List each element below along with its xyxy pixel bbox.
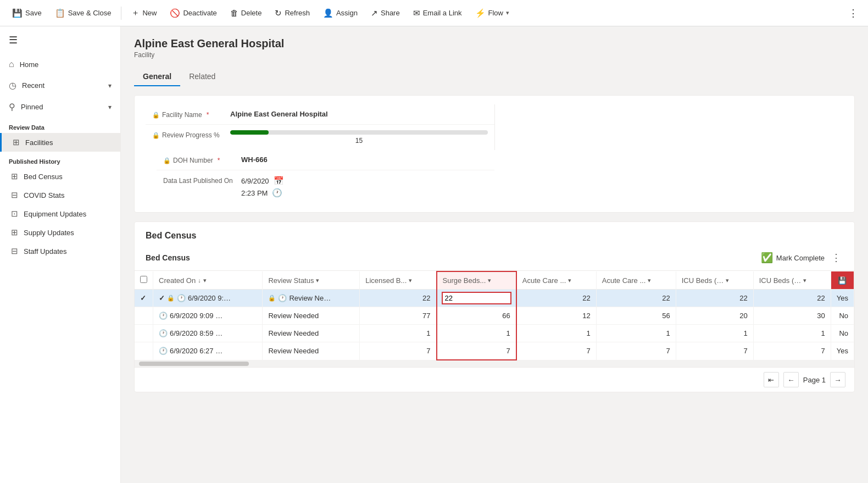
section-more-button[interactable]: ⋮ [829,249,843,266]
sidebar-item-supply-updates[interactable]: ⊞ Supply Updates [0,223,120,242]
row4-check[interactable] [135,342,153,360]
row3-check[interactable] [135,325,153,342]
chevron-icu-beds1: ▾ [726,277,729,284]
email-link-button[interactable]: ✉ Email a Link [408,5,468,21]
row1-check[interactable]: ✓ [135,290,153,307]
page-label: Page 1 [803,376,826,384]
assign-button[interactable]: 👤 Assign [318,5,363,21]
pagination-next-button[interactable]: → [830,372,845,387]
pagination-prev-button[interactable]: ← [783,372,799,387]
deactivate-icon: 🚫 [170,8,180,18]
row4-acute-care2: 7 [596,342,676,360]
col-save-header[interactable]: 💾 [831,271,854,290]
row1-acute-care1: 22 [516,290,597,307]
check-circle-icon: ✅ [761,252,773,264]
col-acute-care2-header[interactable]: Acute Care ... ▾ [596,271,676,290]
table-row[interactable]: ✓ ✓ 🔒 🕐 6/9/2020 9:… [135,290,854,307]
chevron-created-on: ▾ [203,277,207,284]
doh-number-row: 🔒 DOH Number * WH-666 [157,150,494,170]
published-history-section-title: Published History [0,152,120,167]
clock-icon-row4: 🕐 [159,347,168,355]
chevron-acute-care2: ▾ [648,277,651,284]
table-row[interactable]: 🕐 6/9/2020 9:09 … Review Needed 77 66 12… [135,307,854,325]
row1-last-col: Yes [831,290,854,307]
row2-licensed-beds: 77 [360,307,437,325]
tab-related[interactable]: Related [180,68,224,86]
delete-icon: 🗑 [230,8,238,18]
select-all-checkbox[interactable] [140,276,147,283]
table-row[interactable]: 🕐 6/9/2020 6:27 … Review Needed 7 7 7 7 … [135,342,854,360]
row4-surge-beds[interactable]: 7 [437,342,516,360]
data-published-row: Data Last Published On 6/9/2020 📅 2:23 P… [157,170,494,203]
row2-icu-beds1: 20 [676,307,753,325]
row2-surge-beds[interactable]: 66 [437,307,516,325]
save-close-button[interactable]: 📋 Save & Close [49,5,117,21]
save-button[interactable]: 💾 Save [7,5,47,21]
tab-general[interactable]: General [134,68,180,86]
col-icu-beds1-header[interactable]: ICU Beds (… ▾ [676,271,753,290]
lock-icon-facility: 🔒 [152,112,160,119]
recent-expand-icon: ▾ [108,82,112,90]
col-licensed-beds-header[interactable]: Licensed B... ▾ [360,271,437,290]
col-check-header[interactable] [135,271,153,290]
row2-icu-beds2: 30 [753,307,831,325]
delete-button[interactable]: 🗑 Delete [225,5,268,21]
sidebar-item-recent[interactable]: ◷ Recent ▾ [0,75,120,96]
surge-beds-input-container[interactable] [442,292,511,304]
mark-complete-button[interactable]: ✅ Mark Complete [761,252,825,264]
col-acute-care1-header[interactable]: Acute Care ... ▾ [516,271,597,290]
lock-icon-progress: 🔒 [152,132,160,139]
doh-number-value: WH-666 [241,156,488,164]
row3-surge-beds[interactable]: 1 [437,325,516,342]
clock-icon-row2: 🕐 [159,312,168,320]
toolbar-more-button[interactable]: ⋮ [845,4,861,23]
progress-bar-fill [230,130,269,135]
sidebar-item-home[interactable]: ⌂ Home [0,54,120,75]
review-progress-row: 🔒 Review Progress % 15 [146,125,494,150]
sidebar-item-equipment-updates[interactable]: ⊡ Equipment Updates [0,204,120,223]
new-button[interactable]: ＋ New [126,4,162,21]
table-horizontal-scrollbar[interactable] [135,360,854,367]
refresh-button[interactable]: ↻ Refresh [269,5,315,21]
row4-licensed-beds: 7 [360,342,437,360]
row1-surge-beds-cell[interactable] [437,290,516,307]
surge-beds-input[interactable] [445,294,467,302]
col-icu-beds2-header[interactable]: ICU Beds (… ▾ [753,271,831,290]
page-subtitle: Facility [134,51,855,59]
scrollbar-thumb[interactable] [139,362,249,366]
row3-icu-beds2: 1 [753,325,831,342]
sidebar-item-pinned[interactable]: ⚲ Pinned ▾ [0,96,120,118]
sidebar-item-facilities[interactable]: ⊞ Facilities [0,133,120,152]
clock-icon-form[interactable]: 🕐 [272,188,282,198]
data-published-label: Data Last Published On [163,176,235,185]
col-surge-beds-header[interactable]: Surge Beds... ▾ [437,271,516,290]
table-row[interactable]: 🕐 6/9/2020 8:59 … Review Needed 1 1 1 1 … [135,325,854,342]
progress-bar-track [230,130,488,135]
lock-icon-status-row1: 🔒 [268,295,276,302]
deactivate-button[interactable]: 🚫 Deactivate [164,5,222,21]
share-button[interactable]: ↗ Share [365,5,405,21]
calendar-icon[interactable]: 📅 [274,176,284,186]
hamburger-menu-button[interactable]: ☰ [0,26,120,54]
chevron-acute-care1: ▾ [568,277,571,284]
sidebar: ☰ ⌂ Home ◷ Recent ▾ ⚲ Pinned ▾ Review Da… [0,26,121,483]
row3-created-on: 🕐 6/9/2020 8:59 … [153,325,263,342]
review-progress-container: 15 [230,130,488,145]
supply-updates-icon: ⊞ [11,227,18,237]
pagination-first-button[interactable]: ⇤ [764,372,779,387]
sidebar-item-bed-census[interactable]: ⊞ Bed Census [0,167,120,186]
row3-acute-care2: 1 [596,325,676,342]
col-created-on-header[interactable]: Created On ↓ ▾ [153,271,263,290]
bed-census-icon: ⊞ [11,171,18,181]
flow-button[interactable]: ⚡ Flow ▾ [470,5,515,21]
sidebar-item-staff-updates[interactable]: ⊟ Staff Updates [0,242,120,260]
sidebar-item-covid-stats[interactable]: ⊟ COVID Stats [0,186,120,204]
form-grid: 🔒 Facility Name * Alpine East General Ho… [146,104,843,203]
form-left-col: 🔒 Facility Name * Alpine East General Ho… [146,104,494,150]
col-review-status-header[interactable]: Review Status ▾ [263,271,360,290]
clock-icon-status-row1: 🕐 [278,294,287,302]
row4-acute-care1: 7 [516,342,597,360]
row2-check[interactable] [135,307,153,325]
table-save-button[interactable]: 💾 [834,274,850,287]
new-icon: ＋ [131,8,140,18]
